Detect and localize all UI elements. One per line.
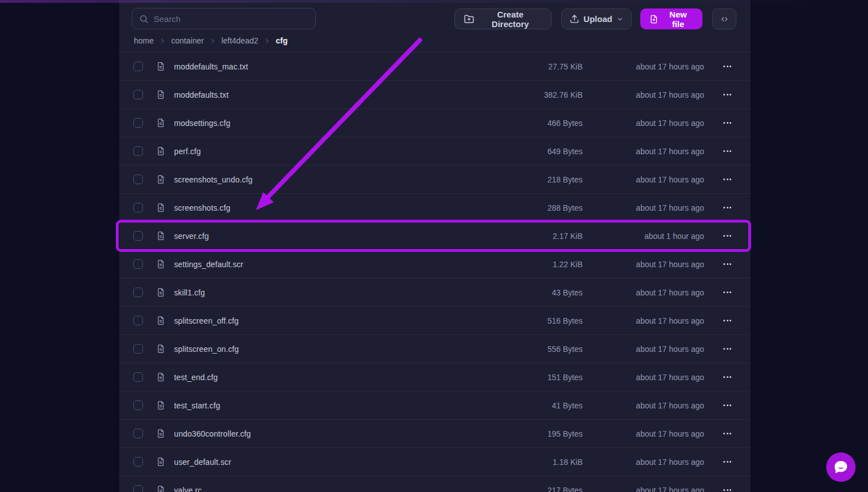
file-name[interactable]: moddefaults.txt <box>174 90 228 99</box>
file-name[interactable]: moddefaults_mac.txt <box>174 62 248 71</box>
row-checkbox[interactable] <box>133 400 143 410</box>
row-menu-button[interactable] <box>719 145 735 158</box>
row-checkbox[interactable] <box>133 372 143 382</box>
row-checkbox[interactable] <box>133 288 143 297</box>
table-row[interactable]: screenshots_undo.cfg 218 Bytes about 17 … <box>119 165 750 193</box>
ellipsis-icon <box>727 461 728 463</box>
table-row[interactable]: splitscreen_on.cfg 556 Bytes about 17 ho… <box>119 334 750 363</box>
table-row[interactable]: valve.rc 217 Bytes about 17 hours ago <box>119 476 750 492</box>
chevron-down-icon <box>617 16 623 23</box>
table-row[interactable]: splitscreen_off.cfg 516 Bytes about 17 h… <box>119 306 750 334</box>
row-checkbox[interactable] <box>133 203 143 212</box>
file-name[interactable]: screenshots.cfg <box>174 203 231 212</box>
row-menu-button[interactable] <box>719 484 735 492</box>
breadcrumb-item-home[interactable]: home <box>134 36 154 45</box>
table-row[interactable]: server.cfg 2.17 KiB about 1 hour ago <box>119 221 750 250</box>
row-menu-button[interactable] <box>719 342 735 356</box>
search-input[interactable] <box>154 14 309 24</box>
ellipsis-icon <box>730 178 731 180</box>
search-box[interactable] <box>132 8 316 29</box>
table-row[interactable]: skill1.cfg 43 Bytes about 17 hours ago <box>119 278 750 306</box>
row-menu-button[interactable] <box>719 258 735 271</box>
file-name[interactable]: splitscreen_on.cfg <box>174 345 239 354</box>
file-name[interactable]: screenshots_undo.cfg <box>174 175 253 184</box>
row-menu-button[interactable] <box>719 88 735 102</box>
table-row[interactable]: screenshots.cfg 288 Bytes about 17 hours… <box>119 193 750 221</box>
table-row[interactable]: undo360controller.cfg 195 Bytes about 17… <box>119 419 750 447</box>
row-menu-button[interactable] <box>719 455 735 469</box>
file-icon <box>157 372 165 382</box>
breadcrumb-item-left4dead2[interactable]: left4dead2 <box>222 36 258 45</box>
file-name[interactable]: user_default.scr <box>174 458 231 467</box>
table-row[interactable]: user_default.scr 1.18 KiB about 17 hours… <box>119 447 750 476</box>
row-checkbox[interactable] <box>133 259 143 269</box>
row-checkbox[interactable] <box>133 231 143 241</box>
row-checkbox[interactable] <box>133 457 143 467</box>
file-name[interactable]: skill1.cfg <box>174 288 205 297</box>
file-name[interactable]: test_start.cfg <box>174 401 220 410</box>
ellipsis-icon <box>723 66 725 67</box>
table-row[interactable]: perf.cfg 649 Bytes about 17 hours ago <box>119 137 750 165</box>
code-view-button[interactable] <box>712 8 736 29</box>
row-menu-button[interactable] <box>719 399 735 412</box>
table-row[interactable]: moddefaults.txt 382.76 KiB about 17 hour… <box>119 80 750 108</box>
upload-button[interactable]: Upload <box>561 8 632 29</box>
row-menu-button[interactable] <box>719 286 735 299</box>
chevron-right-icon <box>210 38 216 44</box>
file-name[interactable]: server.cfg <box>174 232 209 241</box>
row-menu-button[interactable] <box>719 201 735 215</box>
table-row[interactable]: test_start.cfg 41 Bytes about 17 hours a… <box>119 391 750 419</box>
row-checkbox[interactable] <box>133 90 143 99</box>
table-row[interactable]: moddefaults_mac.txt 27.75 KiB about 17 h… <box>119 52 750 80</box>
file-icon <box>157 344 165 354</box>
file-name[interactable]: test_end.cfg <box>174 373 218 382</box>
row-checkbox[interactable] <box>133 146 143 156</box>
row-checkbox[interactable] <box>133 316 143 325</box>
file-name[interactable]: settings_default.scr <box>174 260 244 269</box>
breadcrumb: home container left4dead2 cfg <box>134 35 288 46</box>
row-checkbox[interactable] <box>133 118 143 128</box>
file-name[interactable]: undo360controller.cfg <box>174 429 251 438</box>
row-checkbox[interactable] <box>133 62 143 71</box>
file-size: 288 Bytes <box>548 194 583 221</box>
file-size: 2.17 KiB <box>553 222 583 250</box>
row-menu-button[interactable] <box>719 173 735 186</box>
table-row[interactable]: modsettings.cfg 466 Bytes about 17 hours… <box>119 108 750 137</box>
chat-button[interactable] <box>826 452 856 482</box>
ellipsis-icon <box>730 320 731 321</box>
ellipsis-icon <box>730 150 731 152</box>
row-checkbox[interactable] <box>133 344 143 354</box>
row-checkbox[interactable] <box>133 485 143 492</box>
row-checkbox[interactable] <box>133 429 143 438</box>
ellipsis-icon <box>730 489 731 491</box>
file-name[interactable]: splitscreen_off.cfg <box>174 316 238 325</box>
ellipsis-icon <box>723 489 725 491</box>
table-row[interactable]: test_end.cfg 151 Bytes about 17 hours ag… <box>119 363 750 391</box>
file-name[interactable]: valve.rc <box>174 486 202 492</box>
row-menu-button[interactable] <box>719 427 735 441</box>
breadcrumb-item-container[interactable]: container <box>171 36 204 45</box>
ellipsis-icon <box>730 235 731 237</box>
row-menu-button[interactable] <box>719 229 735 243</box>
file-size: 649 Bytes <box>548 137 583 165</box>
row-menu-button[interactable] <box>719 116 735 130</box>
file-name[interactable]: perf.cfg <box>174 147 201 156</box>
file-size: 217 Bytes <box>548 476 583 492</box>
file-size: 382.76 KiB <box>544 81 583 108</box>
ellipsis-icon <box>730 291 731 293</box>
top-glow-strip <box>0 0 868 3</box>
table-row[interactable]: settings_default.scr 1.22 KiB about 17 h… <box>119 250 750 278</box>
ellipsis-icon <box>723 404 725 406</box>
create-directory-button[interactable]: Create Directory <box>454 8 552 29</box>
file-modified: about 17 hours ago <box>636 137 704 165</box>
row-menu-button[interactable] <box>719 60 735 73</box>
search-icon <box>139 14 149 24</box>
row-menu-button[interactable] <box>719 314 735 328</box>
row-menu-button[interactable] <box>719 371 735 384</box>
file-name[interactable]: modsettings.cfg <box>174 119 231 128</box>
file-icon <box>157 485 165 492</box>
new-file-button[interactable]: New file <box>640 8 702 29</box>
file-size: 1.22 KiB <box>553 250 583 278</box>
file-icon <box>157 288 165 297</box>
row-checkbox[interactable] <box>133 175 143 184</box>
